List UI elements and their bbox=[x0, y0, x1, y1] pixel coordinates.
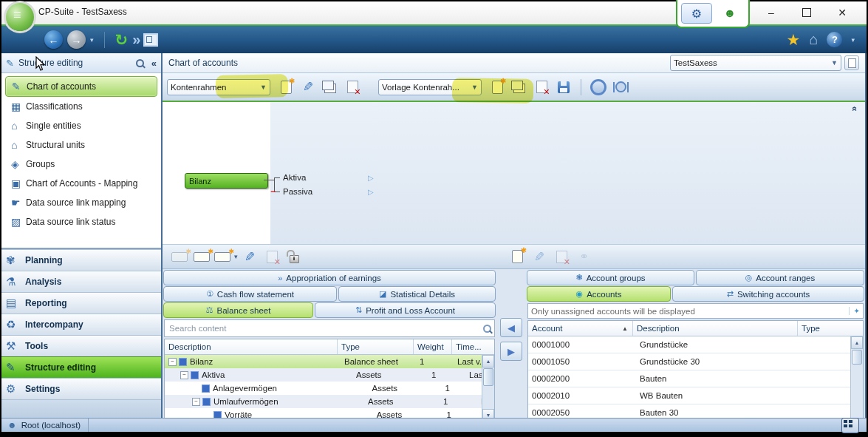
table-row[interactable]: −Aktiva Assets 1 Last v... bbox=[165, 368, 482, 382]
scroll-down-icon[interactable]: ▼ bbox=[482, 409, 494, 418]
nav-planning[interactable]: ✾ Planning bbox=[1, 249, 161, 271]
sidebar-item-groups[interactable]: ◈ Groups bbox=[5, 155, 157, 174]
tab-balance-sheet[interactable]: ⚖ Balance sheet bbox=[163, 302, 313, 318]
nav-analysis[interactable]: ⚗ Analysis bbox=[1, 271, 161, 292]
column-weight[interactable]: Weight bbox=[414, 339, 452, 354]
table-row[interactable]: 00002050 Bauten 30 bbox=[528, 404, 850, 418]
collapse-sidebar-icon[interactable]: « bbox=[151, 58, 157, 69]
favorites-star-icon[interactable]: ★ bbox=[787, 31, 801, 49]
home-icon[interactable]: ⌂ bbox=[809, 31, 818, 48]
assign-right-button[interactable]: ▶ bbox=[500, 342, 522, 361]
new-node-menu-button[interactable]: ▾ bbox=[214, 247, 238, 266]
sidebar-item-classifications[interactable]: ▦ Classifications bbox=[5, 97, 157, 116]
edit-account-button[interactable]: ✎ bbox=[530, 247, 550, 266]
collapse-row-icon[interactable]: − bbox=[192, 398, 200, 406]
edit-node-button[interactable]: ✎ bbox=[241, 247, 260, 266]
table-row[interactable]: 00001000 Grundstücke bbox=[528, 336, 850, 353]
expand-node-icon[interactable]: ▷ bbox=[368, 174, 374, 182]
link-accounts-button[interactable]: ⚭ bbox=[575, 247, 594, 266]
delete-account-button[interactable] bbox=[553, 247, 572, 266]
table-row[interactable]: −Bilanz Balance sheet 1 Last v... bbox=[165, 355, 482, 368]
collapse-row-icon[interactable]: − bbox=[180, 371, 188, 379]
table-row[interactable]: 00001050 Grundstücke 30 bbox=[528, 353, 850, 370]
history-caret-icon[interactable]: ▾ bbox=[90, 36, 94, 44]
tab-profit-and-loss[interactable]: ⇅ Profit and Loss Account bbox=[315, 302, 496, 318]
copy-structure-button[interactable] bbox=[321, 78, 340, 97]
column-account[interactable]: Account▲ bbox=[528, 321, 633, 336]
edit-structure-button[interactable]: ✎ bbox=[298, 78, 318, 97]
search-input[interactable] bbox=[168, 323, 483, 333]
collapse-branch-icon[interactable]: − bbox=[270, 189, 276, 194]
tab-cash-flow-statement[interactable]: ① Cash flow statement bbox=[163, 286, 337, 302]
tab-accounts[interactable]: ◉ Accounts bbox=[527, 286, 671, 302]
sidebar-item-single-entities[interactable]: ⌂ Single entities bbox=[5, 116, 157, 135]
new-sibling-node-button[interactable] bbox=[170, 247, 189, 266]
table-row[interactable]: Anlagevermögen Assets 1 Last v... bbox=[165, 382, 482, 395]
context-selector[interactable]: TestSaxess ▼ bbox=[670, 55, 841, 71]
tree-node-aktiva[interactable]: Aktiva bbox=[283, 173, 306, 182]
filter-options-icon[interactable]: ✦ bbox=[849, 307, 860, 315]
context-action-button[interactable] bbox=[844, 55, 859, 70]
collapse-tree-panel-icon[interactable]: « bbox=[850, 106, 861, 112]
table-row[interactable]: Vorräte Assets 1 Last v bbox=[165, 408, 482, 418]
forward-button[interactable]: → bbox=[67, 30, 86, 49]
sidebar-item-structural-units[interactable]: ⌂ Structural units bbox=[5, 135, 157, 155]
nav-structure-editing[interactable]: ✎ Structure editing bbox=[1, 356, 161, 378]
tab-account-ranges[interactable]: ◎ Account ranges bbox=[696, 270, 864, 285]
fast-forward-button[interactable]: » bbox=[132, 31, 139, 48]
refresh-button[interactable]: ↻ bbox=[115, 31, 129, 49]
sidebar-item-chart-of-accounts[interactable]: ✎ Chart of accounts bbox=[5, 76, 157, 97]
scroll-up-icon[interactable]: ▲ bbox=[851, 336, 863, 349]
column-description[interactable]: Description bbox=[633, 321, 798, 336]
nav-reporting[interactable]: ▤ Reporting bbox=[1, 292, 161, 314]
table-row[interactable]: 00002000 Bauten bbox=[528, 370, 850, 387]
sidebar-item-data-source-link-status[interactable]: ▨ Data source link status bbox=[5, 212, 157, 231]
minimize-button[interactable]: – bbox=[759, 4, 784, 21]
table-row[interactable]: −Umlaufvermögen Assets 1 Last v... bbox=[165, 395, 482, 408]
nav-intercompany[interactable]: ♻ Intercompany bbox=[1, 314, 161, 335]
delete-node-button[interactable] bbox=[263, 247, 282, 266]
unlock-button[interactable] bbox=[285, 247, 304, 266]
sidebar-item-data-source-link-mapping[interactable]: ☛ Data source link mapping bbox=[5, 193, 157, 212]
tab-switching-accounts[interactable]: ⇄ Switching accounts bbox=[672, 286, 864, 302]
assign-left-button[interactable]: ◀ bbox=[500, 318, 522, 337]
scrollbar-thumb[interactable] bbox=[852, 350, 862, 365]
column-type[interactable]: Type bbox=[338, 339, 414, 354]
layout-switch-icon[interactable] bbox=[841, 418, 859, 433]
scroll-up-icon[interactable]: ▲ bbox=[482, 355, 494, 367]
tree-root-node[interactable]: Bilanz bbox=[185, 173, 268, 189]
tab-statistical-details[interactable]: ◪ Statistical Details bbox=[338, 286, 496, 302]
table-row[interactable]: 00002010 WB Bauten bbox=[528, 387, 850, 404]
delete-template-button[interactable] bbox=[532, 78, 551, 97]
close-button[interactable]: ✕ bbox=[830, 4, 855, 21]
help-caret-icon[interactable]: ▾ bbox=[851, 36, 855, 44]
column-time[interactable]: Time... bbox=[452, 339, 494, 354]
help-button[interactable]: ? bbox=[827, 32, 842, 47]
column-type[interactable]: Type bbox=[798, 321, 863, 336]
vertical-scrollbar[interactable]: ▲ ▼ bbox=[482, 355, 494, 418]
search-icon[interactable] bbox=[136, 59, 144, 67]
tab-account-groups[interactable]: ❃ Account groups bbox=[527, 270, 694, 285]
expand-node-icon[interactable]: ▷ bbox=[368, 188, 374, 196]
vertical-scrollbar[interactable]: ▲ ▼ bbox=[850, 336, 863, 418]
save-button[interactable] bbox=[554, 78, 573, 97]
fit-width-button[interactable] bbox=[611, 78, 630, 97]
search-icon[interactable] bbox=[483, 325, 491, 333]
sidebar-item-coa-mapping[interactable]: ▣ Chart of Accounts - Mapping bbox=[5, 174, 157, 193]
column-description[interactable]: Description bbox=[165, 339, 338, 354]
window-layout-button[interactable] bbox=[143, 33, 158, 47]
zoom-reset-button[interactable] bbox=[589, 78, 608, 97]
new-account-button[interactable]: ✱ bbox=[508, 247, 527, 266]
admin-tools-icon[interactable]: ⚙ bbox=[681, 3, 712, 24]
scrollbar-thumb[interactable] bbox=[483, 368, 493, 386]
user-session-icon[interactable]: ☻ bbox=[715, 4, 745, 23]
back-button[interactable]: ← bbox=[44, 30, 63, 49]
nav-tools[interactable]: ⚒ Tools bbox=[1, 335, 161, 356]
maximize-button[interactable] bbox=[794, 4, 819, 21]
delete-structure-button[interactable] bbox=[343, 78, 362, 97]
collapse-row-icon[interactable]: − bbox=[168, 358, 177, 366]
tab-appropriation-of-earnings[interactable]: » Appropriation of earnings bbox=[163, 270, 496, 285]
nav-settings[interactable]: ⚙ Settings bbox=[1, 378, 161, 399]
tree-node-passiva[interactable]: Passiva bbox=[283, 187, 312, 196]
new-node-button[interactable] bbox=[192, 247, 211, 266]
